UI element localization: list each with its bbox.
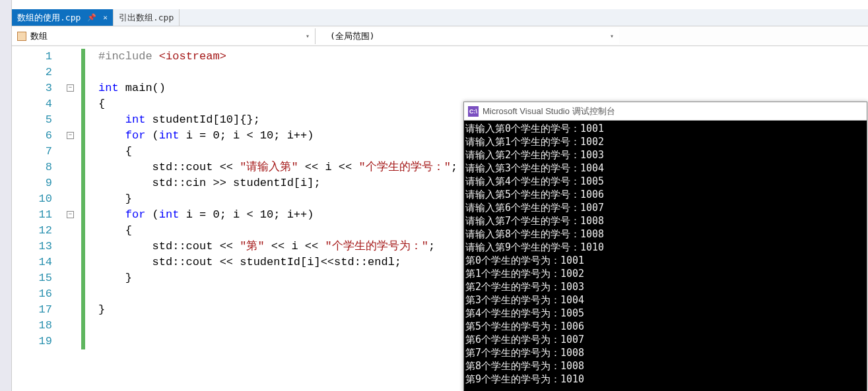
console-line: 请输入第8个学生的学号：1008 bbox=[465, 227, 865, 241]
console-line: 请输入第3个学生的学号：1004 bbox=[465, 162, 865, 175]
line-number: 4 bbox=[12, 96, 63, 112]
code-line[interactable]: #include <iostream> bbox=[86, 49, 868, 65]
console-output: 请输入第0个学生的学号：1001请输入第1个学生的学号：1002请输入第2个学生… bbox=[464, 121, 867, 387]
line-number: 14 bbox=[12, 255, 63, 270]
line-number: 3 bbox=[12, 80, 63, 96]
console-line: 第5个学生的学号为：1006 bbox=[465, 320, 865, 333]
console-line: 第6个学生的学号为：1007 bbox=[465, 333, 865, 346]
line-number: 13 bbox=[12, 239, 63, 255]
change-indicator bbox=[81, 49, 85, 349]
navigation-bar: 数组 ▾ (全局范围) ▾ bbox=[12, 26, 868, 46]
scope-dropdown[interactable]: (全局范围) ▾ bbox=[316, 28, 619, 44]
fold-toggle[interactable]: − bbox=[67, 211, 74, 218]
pin-icon[interactable]: 📌 bbox=[87, 13, 96, 22]
line-number: 17 bbox=[12, 302, 63, 318]
console-line: 请输入第7个学生的学号：1008 bbox=[465, 214, 865, 227]
console-line: 第2个学生的学号为：1003 bbox=[465, 280, 865, 293]
line-number: 16 bbox=[12, 286, 63, 302]
close-icon[interactable]: ✕ bbox=[103, 13, 108, 22]
vs-console-icon: C:\ bbox=[468, 106, 479, 117]
class-dropdown[interactable]: 数组 ▾ bbox=[12, 28, 316, 44]
scope-dropdown-label: (全局范围) bbox=[330, 30, 375, 42]
line-number: 1 bbox=[12, 49, 63, 65]
line-number: 8 bbox=[12, 160, 63, 175]
side-toolbar[interactable] bbox=[0, 0, 12, 391]
console-line: 第3个学生的学号为：1004 bbox=[465, 293, 865, 307]
console-line: 请输入第6个学生的学号：1007 bbox=[465, 201, 865, 214]
console-line: 请输入第0个学生的学号：1001 bbox=[465, 122, 865, 135]
console-line: 请输入第5个学生的学号：1006 bbox=[465, 188, 865, 201]
line-number: 10 bbox=[12, 191, 63, 207]
console-line: 第1个学生的学号为：1002 bbox=[465, 267, 865, 280]
code-line[interactable] bbox=[86, 65, 868, 80]
tab-1[interactable]: 引出数组.cpp bbox=[114, 9, 180, 26]
chevron-down-icon: ▾ bbox=[306, 32, 310, 40]
tab-label: 数组的使用.cpp bbox=[17, 12, 81, 24]
tab-label: 引出数组.cpp bbox=[119, 12, 174, 24]
line-number: 6 bbox=[12, 128, 63, 144]
console-line: 第8个学生的学号为：1008 bbox=[465, 359, 865, 373]
struct-icon bbox=[17, 32, 26, 41]
console-line: 第0个学生的学号为：1001 bbox=[465, 254, 865, 267]
line-number: 2 bbox=[12, 65, 63, 80]
line-number: 11 bbox=[12, 207, 63, 223]
fold-column: −−− bbox=[63, 46, 81, 391]
line-number: 5 bbox=[12, 112, 63, 128]
console-line: 请输入第4个学生的学号：1005 bbox=[465, 175, 865, 188]
line-number: 7 bbox=[12, 144, 63, 160]
console-line: 第4个学生的学号为：1005 bbox=[465, 307, 865, 320]
console-line: 第9个学生的学号为：1010 bbox=[465, 373, 865, 386]
tab-bar: 数组的使用.cpp📌✕引出数组.cpp bbox=[12, 9, 868, 26]
fold-toggle[interactable]: − bbox=[67, 84, 74, 92]
console-line: 第7个学生的学号为：1008 bbox=[465, 346, 865, 359]
line-number: 18 bbox=[12, 318, 63, 334]
console-title-text: Microsoft Visual Studio 调试控制台 bbox=[483, 105, 615, 117]
console-line: 请输入第2个学生的学号：1003 bbox=[465, 148, 865, 162]
line-number: 9 bbox=[12, 175, 63, 191]
tab-0[interactable]: 数组的使用.cpp📌✕ bbox=[12, 9, 114, 26]
console-line: 请输入第1个学生的学号：1002 bbox=[465, 135, 865, 148]
console-window[interactable]: C:\ Microsoft Visual Studio 调试控制台 请输入第0个… bbox=[463, 102, 867, 391]
fold-toggle[interactable]: − bbox=[67, 132, 74, 139]
console-titlebar[interactable]: C:\ Microsoft Visual Studio 调试控制台 bbox=[464, 102, 867, 121]
line-number: 15 bbox=[12, 270, 63, 286]
chevron-down-icon: ▾ bbox=[610, 32, 614, 40]
line-number: 19 bbox=[12, 334, 63, 349]
line-number-gutter: 12345678910111213141516171819 bbox=[12, 46, 63, 391]
console-line: 请输入第9个学生的学号：1010 bbox=[465, 241, 865, 254]
code-line[interactable]: int main() bbox=[86, 80, 868, 96]
class-dropdown-label: 数组 bbox=[30, 30, 48, 42]
line-number: 12 bbox=[12, 223, 63, 239]
